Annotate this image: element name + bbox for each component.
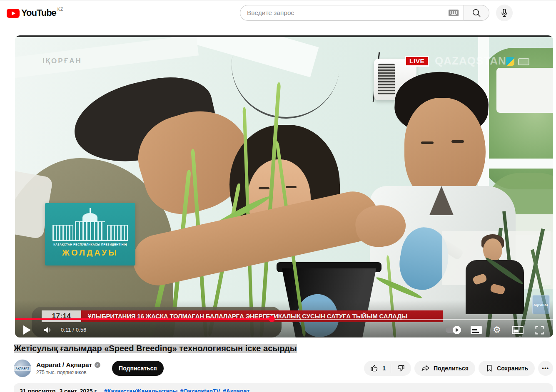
- palace-base: [52, 240, 128, 241]
- volume-icon: [42, 325, 53, 335]
- like-button[interactable]: 1: [364, 364, 391, 373]
- scene-man-right-eye: [451, 140, 464, 143]
- scene-top-strip: [15, 35, 553, 37]
- search-area: [240, 5, 513, 21]
- search-box[interactable]: [240, 5, 464, 21]
- top-bar: YouTube KZ: [0, 0, 556, 24]
- keyboard-icon[interactable]: [449, 10, 459, 16]
- subscriber-count: 275 тыс. подписчиков: [36, 370, 100, 375]
- subscribe-label: Подписаться: [119, 365, 157, 372]
- card-subtitle: ҚАЗАҚСТАН РЕСПУБЛИКАСЫ ПРЕЗИДЕНТІНІҢ: [45, 243, 135, 246]
- play-button[interactable]: [23, 325, 31, 335]
- like-count: 1: [382, 365, 386, 372]
- thumb-down-icon: [396, 364, 405, 373]
- controls-right: ⚙: [446, 325, 545, 335]
- progress-bar-remaining[interactable]: [274, 319, 553, 320]
- search-icon: [471, 8, 481, 18]
- channel-name[interactable]: Aqparat / Ақпарат: [36, 361, 92, 369]
- youtube-play-icon: [7, 9, 20, 18]
- live-badge: LIVE: [405, 56, 429, 67]
- dislike-button[interactable]: [391, 364, 411, 373]
- hashtag-list: #ҚазақстанЖаңалықтары #QazaqstanTV #Ақпа…: [104, 388, 249, 392]
- player-controls: 0:11 / 0:56 ⚙: [15, 323, 553, 337]
- scene-equipment: [496, 68, 553, 113]
- description-box[interactable]: 31 просмотр 3 сент. 2025 г. #ҚазақстанЖа…: [14, 383, 553, 392]
- palace-wing: [107, 225, 128, 240]
- like-dislike-pill: 1: [364, 361, 411, 376]
- youtube-logo[interactable]: YouTube KZ: [7, 6, 63, 18]
- settings-gear-icon[interactable]: ⚙: [493, 325, 501, 335]
- share-arrow-icon: [421, 364, 430, 373]
- save-button[interactable]: Сохранить: [479, 361, 535, 376]
- avatar-label: АҚПАРАТ: [14, 366, 31, 371]
- youtube-wordmark: YouTube: [21, 7, 56, 18]
- youtube-watch-page: YouTube KZ: [0, 0, 556, 392]
- more-actions-button[interactable]: •••: [538, 361, 553, 376]
- volume-button[interactable]: [42, 325, 53, 335]
- voice-search-button[interactable]: [496, 5, 513, 21]
- autoplay-toggle[interactable]: [446, 327, 460, 333]
- fullscreen-icon[interactable]: [534, 325, 545, 335]
- bookmark-icon: [485, 364, 494, 372]
- microphone-icon: [499, 8, 509, 18]
- akorda-palace-illustration: [52, 208, 128, 240]
- description-header: 31 просмотр 3 сент. 2025 г. #ҚазақстанЖа…: [20, 388, 547, 392]
- hashtag-link[interactable]: #QazaqstanTV: [180, 388, 220, 392]
- palace-columns: [75, 221, 105, 240]
- verified-badge-icon: ✓: [95, 362, 100, 368]
- channel-meta: Aqparat / Ақпарат ✓ 275 тыс. подписчиков: [36, 361, 100, 375]
- progress-scrubber-handle[interactable]: [269, 316, 275, 322]
- presidential-address-card: ҚАЗАҚСТАН РЕСПУБЛИКАСЫ ПРЕЗИДЕНТІНІҢ ЖОЛ…: [45, 203, 135, 265]
- upload-date: 3 сент. 2025 г.: [59, 388, 97, 392]
- save-label: Сохранить: [497, 365, 528, 372]
- video-title-text: Жетісулық ғалымдар «Speed Breeding» техн…: [14, 344, 297, 353]
- time-display: 0:11 / 0:56: [61, 327, 86, 333]
- miniplayer-icon[interactable]: [512, 326, 524, 334]
- scene-man-right-eye: [421, 141, 434, 144]
- news-ticker: ҰЛЫБРИТАНИЯ 16 ЖАСҚА ТОЛМАҒАН БАЛАЛАРҒА …: [81, 310, 443, 322]
- search-input[interactable]: [247, 9, 449, 17]
- korgan-watermark: ІҚОРҒАН: [42, 57, 82, 65]
- video-title: Жетісулық ғалымдар «Speed Breeding» техн…: [14, 342, 553, 354]
- hashtag-link[interactable]: #Ақпарат: [223, 388, 249, 392]
- ticker-clock: 17:14: [42, 310, 81, 322]
- watch-info-section: Жетісулық ғалымдар «Speed Breeding» техн…: [14, 342, 553, 392]
- logo-region-label: KZ: [57, 7, 63, 12]
- qazaqstan-flag-icon: [506, 57, 514, 66]
- subtitles-icon[interactable]: [471, 326, 482, 334]
- thumb-up-icon: [370, 364, 379, 373]
- action-buttons: 1 Поделиться: [364, 361, 553, 376]
- view-count: 31 просмотр: [20, 388, 55, 392]
- scene-woman-eye: [286, 186, 297, 188]
- video-player[interactable]: ІҚОРҒАН LIVE QAZAQSTAN ҚАЗАҚСТАН РЕСПУБЛ…: [15, 35, 553, 337]
- hashtag-link[interactable]: #ҚазақстанЖаңалықтары: [104, 388, 178, 392]
- ellipsis-icon: •••: [542, 365, 549, 371]
- broadcast-hd-icon: [518, 58, 529, 65]
- scene-window-frame: [478, 159, 553, 169]
- progress-bar-played[interactable]: [15, 318, 272, 320]
- channel-avatar[interactable]: АҚПАРАТ: [14, 360, 31, 377]
- scene-woman-eye: [259, 187, 269, 189]
- aqparat-watermark: AQPARAT: [532, 295, 550, 314]
- share-button[interactable]: Поделиться: [414, 361, 475, 376]
- subscribe-button[interactable]: Подписаться: [112, 361, 164, 376]
- qazaqstan-wordmark: QAZAQSTAN: [435, 55, 506, 67]
- palace-dome: [82, 213, 97, 222]
- search-button[interactable]: [464, 5, 489, 21]
- card-title: ЖОЛДАУЫ: [45, 248, 135, 258]
- autoplay-play-icon: [453, 326, 461, 334]
- share-label: Поделиться: [434, 365, 469, 372]
- palace-wing: [52, 225, 73, 240]
- channel-row: АҚПАРАТ Aqparat / Ақпарат ✓ 275 тыс. под…: [14, 358, 553, 378]
